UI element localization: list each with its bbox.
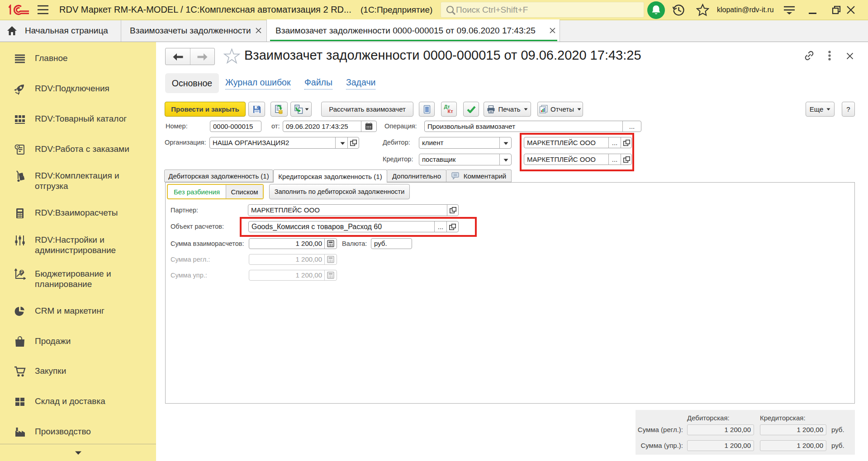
- svg-text:₽: ₽: [20, 270, 23, 274]
